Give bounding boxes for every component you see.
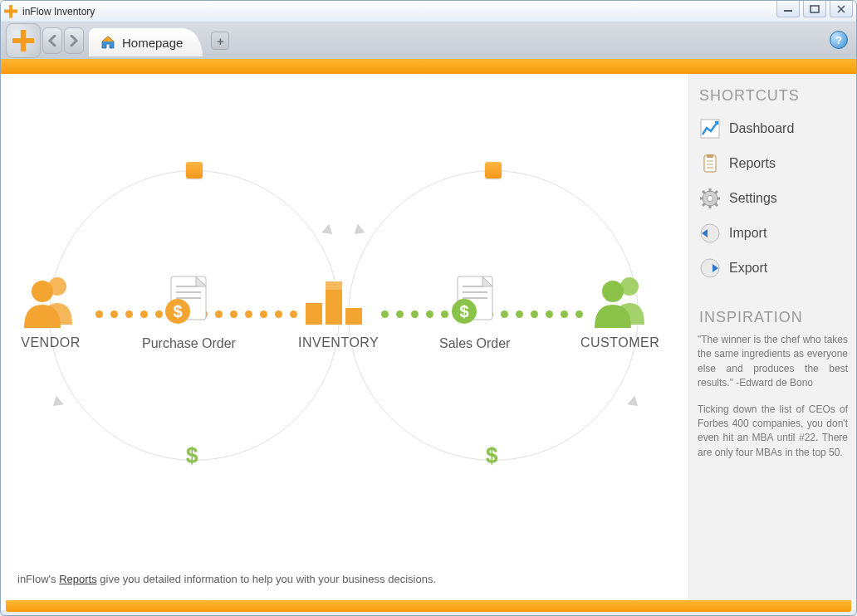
tip-bar: inFlow's Reports give you detailed infor…: [17, 573, 436, 585]
titlebar: inFlow Inventory: [1, 1, 856, 22]
sidebar-item-label: Dashboard: [729, 121, 794, 136]
sidebar: SHORTCUTS Dashboard Reports Settings: [688, 74, 856, 610]
workflow-diagram: $ $: [16, 95, 672, 544]
tab-homepage[interactable]: Homepage: [89, 28, 203, 56]
purchase-order-icon: $: [159, 271, 218, 330]
sales-order-icon: $: [446, 271, 504, 330]
svg-point-3: [32, 281, 53, 302]
svg-line-35: [715, 203, 717, 206]
help-button[interactable]: ?: [830, 31, 848, 49]
sales-order-node[interactable]: $ Sales Order: [439, 271, 510, 351]
svg-line-36: [715, 191, 717, 193]
tip-prefix: inFlow's: [17, 573, 59, 585]
tip-suffix: give you detailed information to help yo…: [97, 573, 436, 585]
dashboard-icon: [699, 118, 721, 139]
sales-order-label: Sales Order: [439, 336, 510, 351]
tip-reports-link[interactable]: Reports: [59, 573, 97, 585]
sidebar-item-label: Reports: [729, 156, 776, 171]
sidebar-item-reports[interactable]: Reports: [698, 146, 848, 181]
flow-marker-icon: [485, 162, 502, 178]
customer-label: CUSTOMER: [580, 335, 659, 350]
inspiration-heading: INSPIRATION: [699, 309, 848, 326]
close-button[interactable]: [830, 1, 853, 17]
home-icon: [100, 36, 115, 49]
vendor-node[interactable]: VENDOR: [17, 275, 84, 350]
sidebar-item-label: Settings: [729, 191, 777, 206]
sidebar-item-settings[interactable]: Settings: [698, 181, 848, 216]
inventory-icon: [299, 275, 378, 329]
toolbar: Homepage + ?: [1, 22, 856, 59]
settings-icon: [699, 188, 721, 209]
sidebar-item-label: Import: [729, 226, 766, 241]
arrowhead-icon: [49, 396, 63, 411]
arrowhead-icon: [350, 224, 365, 239]
forward-button[interactable]: [64, 27, 84, 54]
sidebar-item-label: Export: [729, 261, 767, 276]
svg-line-37: [703, 203, 705, 206]
back-button[interactable]: [42, 27, 62, 54]
footer-accent: [6, 600, 851, 612]
export-icon: [699, 257, 721, 279]
back-icon: [47, 35, 57, 46]
svg-point-29: [708, 196, 713, 202]
inspiration-fact: Ticking down the list of CEOs of Forbes …: [698, 403, 848, 461]
sidebar-item-export[interactable]: Export: [698, 251, 848, 286]
sidebar-item-dashboard[interactable]: Dashboard: [698, 111, 848, 146]
sidebar-item-import[interactable]: Import: [698, 216, 848, 251]
window-title: inFlow Inventory: [22, 6, 95, 17]
inventory-label: INVENTORY: [298, 335, 379, 350]
main-panel: $ $: [1, 74, 688, 610]
svg-point-21: [602, 281, 624, 302]
svg-rect-1: [810, 6, 819, 12]
forward-icon: [69, 35, 79, 46]
reports-icon: [699, 153, 721, 174]
arrowhead-icon: [627, 396, 641, 411]
app-icon: [4, 5, 17, 18]
customer-node[interactable]: CUSTOMER: [580, 275, 659, 350]
inventory-node[interactable]: INVENTORY: [298, 275, 379, 350]
main-menu-button[interactable]: [6, 23, 41, 58]
app-window: inFlow Inventory: [0, 0, 857, 616]
inspiration-quote: "The winner is the chef who takes the sa…: [698, 333, 848, 391]
svg-rect-0: [784, 10, 792, 12]
svg-rect-24: [707, 154, 713, 158]
content-area: $ $: [1, 74, 856, 610]
inspiration-section: INSPIRATION "The winner is the chef who …: [698, 309, 848, 460]
import-icon: [699, 222, 721, 244]
dollar-icon: $: [486, 442, 497, 468]
arrowhead-icon: [321, 224, 335, 239]
dollar-icon: $: [186, 442, 198, 468]
purchase-order-node[interactable]: $ Purchase Order: [142, 271, 236, 351]
vendor-label: VENDOR: [17, 335, 84, 350]
tab-label: Homepage: [122, 36, 183, 50]
svg-text:$: $: [459, 302, 468, 320]
new-tab-button[interactable]: +: [211, 32, 229, 50]
svg-rect-12: [345, 308, 362, 325]
svg-line-34: [703, 191, 705, 193]
maximize-button[interactable]: [803, 1, 826, 17]
flow-marker-icon: [186, 162, 203, 178]
minimize-button[interactable]: [776, 1, 800, 17]
close-icon: [836, 5, 846, 13]
shortcuts-heading: SHORTCUTS: [699, 87, 848, 105]
maximize-icon: [810, 5, 820, 13]
vendor-icon: [17, 275, 84, 329]
customer-icon: [583, 275, 658, 329]
minimize-icon: [783, 6, 793, 12]
svg-rect-10: [306, 303, 322, 325]
svg-rect-13: [326, 281, 342, 290]
accent-bar: [1, 59, 856, 74]
svg-text:$: $: [174, 302, 183, 320]
tab-row: Homepage +: [89, 25, 229, 56]
purchase-order-label: Purchase Order: [142, 336, 236, 351]
plus-icon: [12, 30, 34, 51]
